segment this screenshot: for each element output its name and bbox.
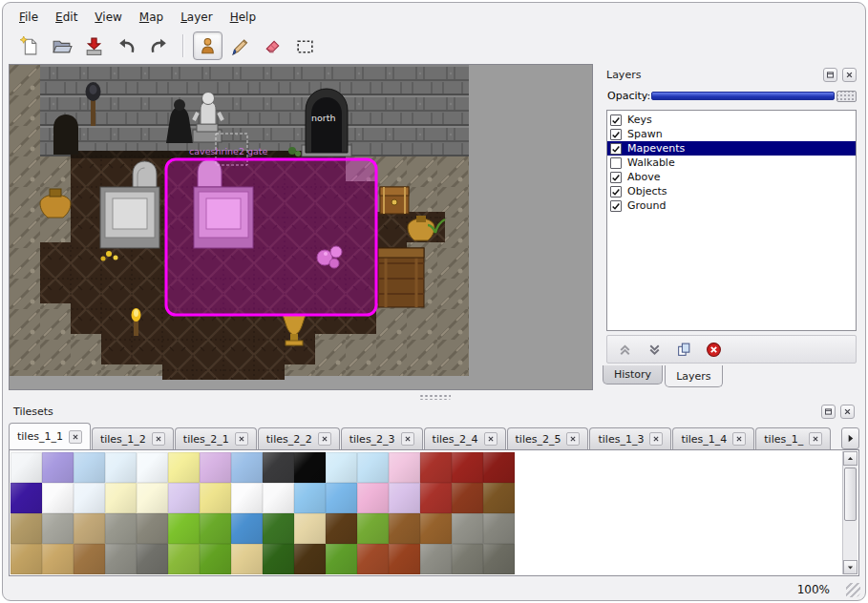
tile[interactable]	[74, 452, 105, 483]
layer-row-spawn[interactable]: Spawn	[607, 127, 856, 141]
lower-layer-button[interactable]	[645, 340, 664, 359]
tile[interactable]	[42, 544, 74, 574]
layer-visibility-checkbox[interactable]	[610, 172, 622, 183]
tile[interactable]	[105, 513, 137, 544]
tab-close-icon[interactable]	[484, 432, 498, 446]
tile[interactable]	[200, 513, 231, 544]
scrollbar-thumb[interactable]	[844, 468, 857, 521]
duplicate-layer-button[interactable]	[674, 340, 693, 359]
tile[interactable]	[74, 483, 105, 513]
layer-row-ground[interactable]: Ground	[607, 198, 856, 213]
brush-tool-button[interactable]	[225, 31, 255, 60]
menu-view[interactable]: View	[86, 8, 130, 27]
tilesets-float-button[interactable]	[821, 405, 836, 419]
delete-layer-button[interactable]	[704, 340, 723, 359]
eraser-tool-button[interactable]	[258, 31, 287, 60]
tile[interactable]	[326, 544, 357, 574]
layers-float-button[interactable]	[823, 68, 837, 82]
tile[interactable]	[74, 544, 105, 574]
tab-close-icon[interactable]	[69, 430, 82, 444]
layer-row-keys[interactable]: Keys	[607, 113, 856, 127]
tile[interactable]	[263, 452, 294, 483]
tile[interactable]	[263, 544, 294, 574]
tile[interactable]	[389, 513, 420, 544]
tile[interactable]	[168, 483, 200, 513]
tile[interactable]	[483, 513, 515, 544]
tile[interactable]	[74, 513, 105, 544]
tile[interactable]	[42, 483, 74, 513]
tile[interactable]	[483, 452, 515, 483]
menu-file[interactable]: File	[11, 8, 47, 27]
tileset-tab-tiles_1_3[interactable]: tiles_1_3	[589, 427, 671, 449]
tile[interactable]	[11, 483, 42, 513]
tile[interactable]	[483, 483, 515, 513]
tile[interactable]	[294, 452, 326, 483]
tile[interactable]	[326, 452, 357, 483]
tile[interactable]	[168, 513, 200, 544]
layer-row-above[interactable]: Above	[607, 170, 856, 184]
tile[interactable]	[105, 483, 137, 513]
tile[interactable]	[137, 452, 168, 483]
tile[interactable]	[357, 544, 389, 574]
tile[interactable]	[326, 483, 357, 513]
tab-close-icon[interactable]	[732, 432, 746, 446]
tile[interactable]	[11, 452, 42, 483]
layer-visibility-checkbox[interactable]	[610, 114, 622, 126]
tile[interactable]	[200, 544, 231, 574]
map-canvas[interactable]: caveshrine2 gate north	[9, 64, 593, 390]
tile[interactable]	[389, 483, 420, 513]
open-button[interactable]	[47, 31, 76, 60]
save-button[interactable]	[79, 31, 109, 60]
tile[interactable]	[231, 452, 263, 483]
layer-row-mapevents[interactable]: Mapevents	[607, 141, 856, 156]
tab-close-icon[interactable]	[649, 432, 663, 446]
layers-close-button[interactable]	[842, 68, 857, 82]
menu-layer[interactable]: Layer	[172, 8, 221, 27]
tile[interactable]	[137, 483, 168, 513]
new-button[interactable]	[14, 31, 44, 60]
tileset-grid[interactable]	[11, 452, 515, 574]
undo-button[interactable]	[112, 31, 141, 60]
tileset-tab-tiles_2_1[interactable]: tiles_2_1	[175, 427, 257, 449]
tile[interactable]	[231, 483, 263, 513]
tab-close-icon[interactable]	[318, 432, 331, 446]
tile[interactable]	[452, 452, 483, 483]
tile[interactable]	[137, 513, 168, 544]
menu-edit[interactable]: Edit	[47, 8, 86, 27]
tile[interactable]	[420, 483, 452, 513]
tile[interactable]	[294, 483, 326, 513]
tile[interactable]	[42, 513, 74, 544]
tileset-tab-tiles_2_4[interactable]: tiles_2_4	[424, 427, 506, 449]
tab-scroll-right-button[interactable]	[841, 427, 859, 449]
horizontal-splitter[interactable]	[3, 391, 865, 401]
tile[interactable]	[137, 544, 168, 574]
menu-map[interactable]: Map	[131, 8, 172, 27]
tab-close-icon[interactable]	[566, 432, 580, 446]
tile[interactable]	[357, 513, 389, 544]
stamp-tool-button[interactable]	[193, 31, 222, 60]
opacity-slider[interactable]	[651, 91, 857, 102]
tile[interactable]	[420, 513, 452, 544]
marquee-select-tool-button[interactable]	[290, 31, 320, 60]
tile[interactable]	[105, 544, 137, 574]
layer-visibility-checkbox[interactable]	[610, 129, 622, 140]
selection-rectangle[interactable]	[166, 159, 376, 315]
tileset-scrollbar[interactable]	[842, 451, 857, 574]
tile[interactable]	[389, 544, 420, 574]
tileset-tab-tiles_2_3[interactable]: tiles_2_3	[341, 427, 423, 449]
tile[interactable]	[389, 452, 420, 483]
tile[interactable]	[263, 483, 294, 513]
layer-visibility-checkbox[interactable]	[610, 200, 622, 212]
tile[interactable]	[420, 544, 452, 574]
tile[interactable]	[294, 544, 326, 574]
tile[interactable]	[11, 513, 42, 544]
layer-visibility-checkbox[interactable]	[610, 157, 622, 169]
redo-button[interactable]	[144, 31, 174, 60]
tile[interactable]	[200, 452, 231, 483]
tile[interactable]	[263, 513, 294, 544]
tileset-tab-tiles_1_[interactable]: tiles_1_	[755, 427, 831, 449]
tileset-tab-tiles_2_2[interactable]: tiles_2_2	[258, 427, 340, 449]
scroll-down-button[interactable]	[843, 560, 857, 574]
tile[interactable]	[452, 544, 483, 574]
dock-tab-layers[interactable]: Layers	[665, 365, 722, 387]
